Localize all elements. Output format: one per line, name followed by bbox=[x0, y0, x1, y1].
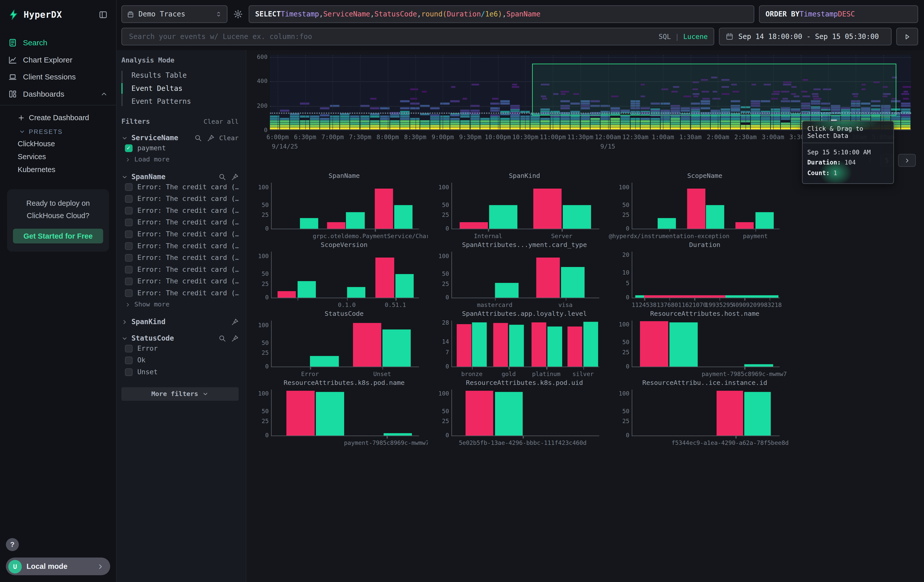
search-icon[interactable] bbox=[194, 134, 202, 142]
chart-plot[interactable]: mastercardvisa bbox=[451, 252, 599, 298]
sidebar-item-search[interactable]: Search bbox=[0, 34, 116, 51]
filter-option-error-the-credit-card-[interactable]: Error: The credit card (… bbox=[121, 287, 239, 299]
chevron-down-icon[interactable] bbox=[121, 135, 128, 141]
help-button[interactable]: ? bbox=[6, 538, 19, 551]
filter-option-error-the-credit-card-[interactable]: Error: The credit card (… bbox=[121, 264, 239, 275]
filter-option-payment[interactable]: payment bbox=[121, 142, 239, 154]
user-menu[interactable]: U Local mode bbox=[6, 557, 110, 575]
presets-toggle[interactable]: PRESETS bbox=[0, 124, 116, 137]
chart-plot[interactable]: grpc.oteldemo.PaymentService/Charge bbox=[271, 183, 419, 229]
filter-group-name[interactable]: SpanName bbox=[131, 173, 165, 181]
filter-option-error-the-credit-card-[interactable]: Error: The credit card (… bbox=[121, 228, 239, 240]
chevron-right-icon[interactable] bbox=[121, 318, 128, 325]
analysis-mode-results-table[interactable]: Results Table bbox=[121, 69, 239, 82]
time-range-picker[interactable]: Sep 14 18:00:00 - Sep 15 05:30:00 bbox=[719, 28, 891, 45]
pin-icon[interactable] bbox=[207, 134, 214, 142]
select-query-input[interactable]: SELECT Timestamp, ServiceName, StatusCod… bbox=[249, 5, 754, 23]
sql-mode-button[interactable]: SQL bbox=[658, 32, 671, 41]
filter-groups: ServiceNameClearpaymentLoad moreSpanName… bbox=[121, 134, 239, 378]
checkbox[interactable] bbox=[125, 345, 133, 352]
next-page-button[interactable] bbox=[898, 154, 916, 167]
chart-title: ScopeVersion bbox=[270, 241, 419, 249]
search-icon[interactable] bbox=[219, 335, 226, 342]
heatmap-y-label: 600 bbox=[250, 54, 268, 60]
load-more-button[interactable]: Load more bbox=[121, 154, 239, 165]
source-select[interactable]: Demo Traces bbox=[121, 5, 228, 23]
filter-option-error-the-credit-card-[interactable]: Error: The credit card (… bbox=[121, 181, 239, 193]
filter-option-error[interactable]: Error bbox=[121, 342, 239, 354]
analysis-mode-event-patterns[interactable]: Event Patterns bbox=[121, 95, 239, 108]
chart-plot[interactable]: payment-7985c8969c-mwmw7 bbox=[271, 390, 419, 436]
chart-plot[interactable]: 5e02b5fb-13ae-4296-bbbc-111f423c460d bbox=[451, 390, 599, 436]
y-axis-label: 100 bbox=[430, 253, 449, 260]
checkbox[interactable] bbox=[125, 230, 133, 238]
x-axis-label: gold bbox=[502, 371, 516, 377]
filter-option-error-the-credit-card-[interactable]: Error: The credit card (… bbox=[121, 252, 239, 264]
heatmap-x-label: 7:30pm bbox=[349, 133, 371, 140]
filter-option-error-the-credit-card-[interactable]: Error: The credit card (… bbox=[121, 216, 239, 228]
filter-group-name[interactable]: StatusCode bbox=[131, 334, 174, 343]
chart-plot[interactable]: ErrorUnset bbox=[271, 321, 419, 367]
checkbox[interactable] bbox=[125, 254, 133, 261]
chart-plot[interactable]: bronzegoldplatinumsilver bbox=[451, 321, 599, 367]
pin-icon[interactable] bbox=[231, 318, 239, 326]
filter-option-error-the-credit-card-[interactable]: Error: The credit card (… bbox=[121, 240, 239, 252]
checkbox[interactable] bbox=[125, 183, 133, 191]
analysis-mode-event-deltas[interactable]: Event Deltas bbox=[121, 82, 239, 95]
time-selection-box[interactable] bbox=[532, 64, 896, 115]
more-filters-button[interactable]: More filters bbox=[121, 387, 239, 401]
checkbox[interactable] bbox=[125, 368, 133, 376]
checkbox[interactable] bbox=[125, 218, 133, 226]
checkbox[interactable] bbox=[125, 144, 133, 152]
x-axis-label: 19935295 bbox=[705, 302, 733, 308]
pin-icon[interactable] bbox=[231, 173, 239, 181]
chart-plot[interactable]: InternalServer bbox=[451, 183, 599, 229]
filter-option-error-the-credit-card-[interactable]: Error: The credit card (… bbox=[121, 193, 239, 205]
checkbox[interactable] bbox=[125, 289, 133, 297]
preset-item-kubernetes[interactable]: Kubernetes bbox=[0, 163, 116, 176]
gear-icon[interactable] bbox=[233, 9, 243, 19]
pin-icon[interactable] bbox=[231, 335, 239, 342]
x-axis-label: 1376801 bbox=[657, 302, 681, 308]
chart-plot[interactable]: payment-7985c8969c-mwmw7 bbox=[632, 321, 780, 367]
chevron-down-icon[interactable] bbox=[121, 173, 128, 180]
chevron-down-icon[interactable] bbox=[121, 335, 128, 341]
run-query-button[interactable] bbox=[896, 28, 918, 45]
checkbox[interactable] bbox=[125, 265, 133, 273]
order-by-input[interactable]: ORDER BY Timestamp DESC bbox=[759, 5, 918, 23]
y-axis-label: 0 bbox=[430, 294, 449, 301]
chart-plot[interactable]: @hyperdx/instrumentation-exceptionpaymen… bbox=[632, 183, 780, 229]
show-more-button[interactable]: Show more bbox=[121, 299, 239, 310]
filter-option-unset[interactable]: Unset bbox=[121, 366, 239, 378]
search-input[interactable] bbox=[128, 32, 654, 41]
chart-plot[interactable]: 1124538137680116210701993529540909209983… bbox=[632, 252, 780, 298]
chart-plot[interactable]: f5344ec9-a1ea-4290-a62a-78f5bee8d90b bbox=[632, 390, 780, 436]
x-axis-label: 4090920 bbox=[732, 302, 757, 308]
create-dashboard-button[interactable]: Create Dashboard bbox=[0, 111, 116, 124]
clear-group-button[interactable]: Clear bbox=[219, 134, 239, 142]
filter-option-ok[interactable]: Ok bbox=[121, 354, 239, 366]
filter-group-name[interactable]: SpanKind bbox=[131, 318, 165, 326]
lucene-mode-button[interactable]: Lucene bbox=[683, 32, 708, 41]
get-started-button[interactable]: Get Started for Free bbox=[13, 229, 103, 244]
green-bar bbox=[316, 392, 344, 435]
checkbox[interactable] bbox=[125, 206, 133, 214]
duration-heatmap[interactable] bbox=[270, 55, 911, 130]
filter-option-error-the-credit-card-[interactable]: Error: The credit card (… bbox=[121, 204, 239, 216]
checkbox[interactable] bbox=[125, 277, 133, 285]
checkbox[interactable] bbox=[125, 356, 133, 364]
filter-group-name[interactable]: ServiceName bbox=[131, 134, 178, 142]
preset-item-clickhouse[interactable]: ClickHouse bbox=[0, 137, 116, 150]
sidebar-item-client-sessions[interactable]: Client Sessions bbox=[0, 68, 116, 86]
filter-option-error-the-credit-card-[interactable]: Error: The credit card (… bbox=[121, 275, 239, 287]
y-axis-label: 25 bbox=[250, 211, 269, 218]
chart-plot[interactable]: 0.1.00.51.1 bbox=[271, 252, 419, 298]
preset-item-services[interactable]: Services bbox=[0, 150, 116, 163]
sidebar-item-dashboards[interactable]: Dashboards bbox=[0, 86, 116, 103]
collapse-sidebar-icon[interactable] bbox=[98, 10, 108, 20]
search-icon[interactable] bbox=[219, 173, 226, 181]
clear-all-button[interactable]: Clear all bbox=[203, 118, 239, 125]
sidebar-item-chart-explorer[interactable]: Chart Explorer bbox=[0, 51, 116, 69]
checkbox[interactable] bbox=[125, 242, 133, 249]
checkbox[interactable] bbox=[125, 195, 133, 203]
